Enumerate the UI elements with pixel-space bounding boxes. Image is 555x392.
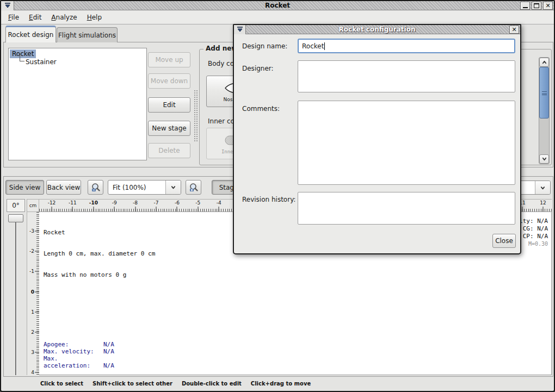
dialog-menu-button[interactable] bbox=[234, 25, 246, 34]
window-controls: ✕ bbox=[520, 2, 553, 10]
window-menu-icon bbox=[237, 27, 243, 32]
ruler-tick-label: -9 bbox=[112, 200, 117, 206]
menu-file[interactable]: File bbox=[3, 12, 24, 23]
dialog-titlebar[interactable]: Rocket configuration ✕ bbox=[234, 25, 520, 34]
ruler-tick-label: -4 bbox=[217, 200, 221, 206]
design-name-label: Design name: bbox=[242, 42, 287, 50]
rotation-slider-handle[interactable] bbox=[8, 214, 23, 222]
window-titlebar[interactable]: Rocket ✕ bbox=[1, 1, 554, 10]
magnifier-minus-icon bbox=[91, 183, 101, 192]
side-view-button[interactable]: Side view bbox=[5, 180, 44, 195]
ruler-tick-label: 3 bbox=[31, 350, 34, 355]
ruler-tick-label: 2 bbox=[31, 329, 34, 335]
tab-flight-simulations[interactable]: Flight simulations bbox=[57, 27, 118, 42]
vertical-ruler: -3-2-101234 bbox=[27, 212, 39, 375]
chevron-up-icon bbox=[542, 60, 547, 65]
status-hint: Shift+click to select other bbox=[92, 381, 172, 387]
zoom-combo-dropdown[interactable] bbox=[165, 181, 181, 194]
stage-combo-dropdown[interactable] bbox=[535, 181, 550, 194]
zoom-in-button[interactable] bbox=[186, 180, 201, 195]
minimize-icon bbox=[523, 4, 528, 8]
close-button[interactable]: ✕ bbox=[543, 2, 553, 10]
menu-help[interactable]: Help bbox=[82, 12, 107, 23]
close-icon: ✕ bbox=[545, 2, 550, 9]
zoom-level-combo[interactable]: Fit (100%) bbox=[108, 180, 181, 195]
design-name-value: Rocket bbox=[302, 42, 324, 50]
dialog-close-action-button[interactable]: Close bbox=[492, 234, 516, 248]
dialog-close-button[interactable]: ✕ bbox=[509, 26, 519, 34]
dialog-title: Rocket configuration bbox=[234, 26, 520, 33]
rotation-angle-label: 0° bbox=[7, 199, 25, 212]
scroll-up-button[interactable] bbox=[539, 58, 549, 67]
rotation-slider-track[interactable] bbox=[15, 222, 17, 375]
scrollbar-thumb[interactable] bbox=[539, 67, 549, 119]
splitter-handle[interactable] bbox=[194, 90, 198, 142]
ruler-tick-label: -2 bbox=[29, 248, 34, 254]
comments-label: Comments: bbox=[242, 105, 280, 113]
chevron-down-icon bbox=[540, 185, 545, 190]
move-up-button[interactable]: Move up bbox=[148, 52, 190, 67]
tree-connector bbox=[20, 54, 24, 61]
ruler-tick-label: -3 bbox=[29, 228, 34, 234]
comments-textarea[interactable] bbox=[298, 101, 515, 185]
close-icon: ✕ bbox=[511, 26, 516, 33]
design-name-input[interactable]: Rocket bbox=[298, 39, 515, 53]
maximize-button[interactable] bbox=[532, 2, 541, 10]
revision-history-label: Revision history: bbox=[242, 196, 295, 203]
ruler-tick-label: -10 bbox=[89, 200, 98, 206]
edit-button[interactable]: Edit bbox=[148, 97, 190, 113]
tree-item-sustainer[interactable]: Sustainer bbox=[26, 58, 57, 66]
revision-history-textarea[interactable] bbox=[298, 192, 515, 225]
rocket-configuration-dialog: Rocket configuration ✕ Design name: Rock… bbox=[233, 24, 521, 254]
delete-button[interactable]: Delete bbox=[148, 143, 190, 158]
status-hint: Double-click to edit bbox=[182, 381, 242, 387]
menu-edit[interactable]: Edit bbox=[24, 12, 46, 23]
move-down-button[interactable]: Move down bbox=[148, 73, 190, 89]
ruler-unit-label: cm bbox=[27, 199, 39, 212]
designer-textarea[interactable] bbox=[298, 60, 515, 92]
ruler-tick-label: -12 bbox=[48, 200, 56, 206]
menu-bar: File Edit Analyze Help bbox=[1, 11, 554, 24]
design-tree[interactable]: Rocket Sustainer bbox=[8, 48, 147, 160]
ruler-tick-label: -5 bbox=[195, 200, 200, 206]
ruler-tick-label: 1 bbox=[31, 309, 34, 314]
component-scrollbar[interactable] bbox=[539, 57, 550, 164]
text-caret bbox=[324, 42, 325, 50]
ruler-tick-label: -7 bbox=[154, 200, 159, 206]
scroll-down-button[interactable] bbox=[539, 154, 549, 164]
minimize-button[interactable] bbox=[520, 2, 530, 10]
ruler-tick-label: -11 bbox=[69, 200, 77, 206]
status-hint: Click+drag to move bbox=[251, 381, 311, 387]
chevron-down-icon bbox=[171, 185, 176, 190]
ruler-tick-label: -1 bbox=[29, 269, 34, 274]
new-stage-button[interactable]: New stage bbox=[148, 121, 190, 136]
ruler-tick-label: -6 bbox=[175, 200, 180, 206]
window-menu-icon bbox=[4, 3, 11, 8]
ruler-tick-label: 4 bbox=[31, 370, 34, 375]
chevron-down-icon bbox=[542, 157, 547, 161]
ruler-tick-label: 0 bbox=[31, 289, 34, 294]
flight-stats: Apogee:N/A Max. velocity:N/A Max. accele… bbox=[44, 341, 114, 369]
window-title: Rocket bbox=[1, 2, 554, 9]
window-menu-button[interactable] bbox=[1, 1, 14, 10]
tab-rocket-design[interactable]: Rocket design bbox=[5, 26, 56, 42]
ruler-tick-label: 12 bbox=[540, 200, 546, 206]
status-hint: Click to select bbox=[40, 381, 83, 387]
scrollbar-grip bbox=[542, 91, 547, 95]
status-bar: Click to select Shift+click to select ot… bbox=[1, 377, 554, 389]
zoom-level-value: Fit (100%) bbox=[108, 184, 165, 191]
menu-analyze[interactable]: Analyze bbox=[46, 12, 82, 23]
magnifier-plus-icon bbox=[189, 183, 199, 192]
screen: Rocket ✕ File Edit Analyze Help Rocket d… bbox=[0, 0, 555, 392]
back-view-button[interactable]: Back view bbox=[46, 180, 81, 195]
maximize-icon bbox=[534, 3, 539, 8]
ruler-tick-label: -8 bbox=[133, 200, 138, 206]
zoom-out-button[interactable] bbox=[88, 180, 103, 195]
designer-label: Designer: bbox=[242, 65, 274, 72]
rocket-info: Rocket Length 0 cm, max. diameter 0 cm M… bbox=[44, 215, 155, 293]
